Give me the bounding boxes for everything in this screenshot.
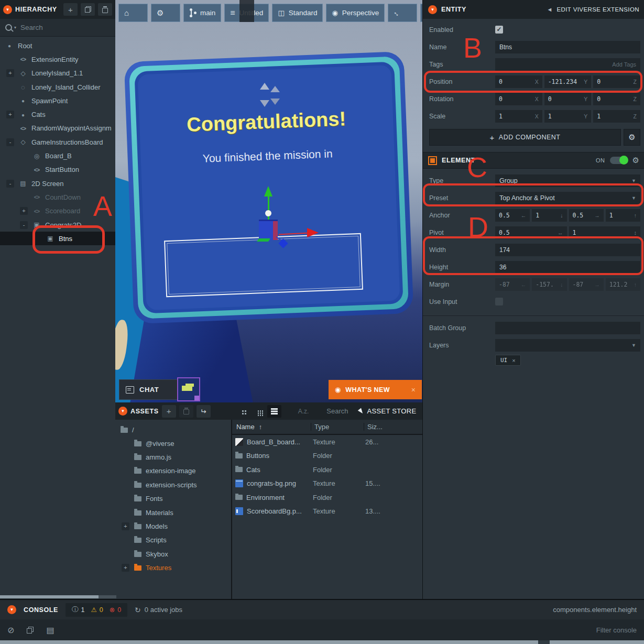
minimap-thumbnail[interactable] [177, 377, 200, 401]
info-counter[interactable]: ⓘ1 [72, 605, 84, 614]
asset-row-buttons[interactable]: Buttons Folder [232, 449, 422, 463]
assets-search-input[interactable]: Search [326, 407, 348, 415]
branch-button[interactable]: main [183, 4, 221, 22]
hierarchy-search[interactable]: ▾ Search [0, 19, 115, 37]
hierarchy-hscrollbar-track[interactable] [99, 595, 116, 598]
asset-store-button[interactable]: ASSET STORE [367, 407, 417, 415]
type-select[interactable]: Group▼ [495, 174, 640, 187]
hierarchy-panel-icon[interactable]: ▼ [3, 5, 12, 14]
fullscreen-button[interactable] [388, 4, 417, 22]
camera-mode-button[interactable]: Perspective [326, 4, 385, 22]
layers-select[interactable]: ▼ [495, 339, 640, 352]
width-input[interactable]: 174 [495, 244, 640, 256]
warning-counter[interactable]: ⚠0 [91, 606, 103, 614]
hierarchy-item-congrats2d[interactable]: - Congrats2D [0, 218, 115, 232]
element-component-header[interactable]: ELEMENT ON ⚙ [423, 152, 644, 169]
expander-toggle[interactable]: + [122, 522, 129, 530]
rotation-y-field[interactable]: 0Y [544, 93, 592, 105]
gizmo-origin-handle[interactable] [265, 210, 271, 216]
asset-row-cats[interactable]: Cats Folder [232, 463, 422, 477]
render-mode-button[interactable]: Standard [272, 4, 323, 22]
element-enabled-toggle[interactable] [610, 157, 628, 164]
add-entity-button[interactable]: + [63, 3, 78, 16]
anchor-field[interactable]: 1↑ [606, 209, 640, 222]
height-input[interactable]: 36 [495, 261, 640, 274]
hierarchy-item-gameinstructionsboard[interactable]: - GameInstructionsBoard [0, 135, 115, 149]
refresh-icon[interactable]: ↻ [135, 606, 141, 614]
whats-new-button[interactable]: ◉ WHAT'S NEW × [329, 380, 422, 399]
batch-group-input[interactable] [495, 322, 640, 334]
pivot-field[interactable]: 0.5↔ [495, 226, 567, 239]
add-asset-button[interactable]: + [162, 405, 176, 418]
assets-folder-viverse[interactable]: @viverse [115, 436, 231, 450]
asset-row-environment[interactable]: Environment Folder [232, 490, 422, 505]
assets-folder-skybox[interactable]: Skybox [115, 547, 231, 561]
tags-input[interactable]: Add Tags [495, 58, 640, 71]
enabled-checkbox[interactable]: ✓ [495, 26, 503, 34]
use-input-checkbox[interactable] [495, 298, 503, 305]
element-settings-icon[interactable]: ⚙ [632, 156, 639, 165]
filter-console-input[interactable]: Filter console [596, 626, 637, 634]
position-y-field[interactable]: -121.234Y [544, 75, 592, 88]
hierarchy-item-2d-screen[interactable]: - 2D Screen [0, 177, 115, 190]
assets-folder-fonts[interactable]: Fonts [115, 492, 231, 506]
component-settings-button[interactable]: ⚙ [624, 129, 640, 146]
asset-back-button[interactable]: ↵ [197, 405, 211, 418]
expander-toggle[interactable]: + [122, 564, 129, 572]
hierarchy-item-lonelyisland[interactable]: + LonelyIsland_1.1 [0, 67, 115, 80]
column-name[interactable]: Name↑ [232, 423, 311, 431]
assets-panel-icon[interactable]: ▼ [118, 407, 127, 416]
asset-row-board-b-board[interactable]: Board_B_board... Texture 26... [232, 435, 422, 449]
expander-toggle[interactable]: - [20, 221, 28, 229]
clear-console-icon[interactable]: ⊘ [7, 625, 14, 635]
anchor-field[interactable]: 0.5→ [569, 209, 604, 222]
add-component-button[interactable]: + ADD COMPONENT [429, 129, 621, 146]
gizmo-x-axis-arrow[interactable] [307, 228, 319, 237]
error-counter[interactable]: ⊗0 [110, 606, 121, 614]
position-x-field[interactable]: 0X [495, 75, 542, 88]
gizmo-y-axis-arrow[interactable] [264, 186, 272, 197]
assets-folder-extension-scripts[interactable]: extension-scripts [115, 478, 231, 492]
entity-panel-icon[interactable]: ▼ [428, 5, 437, 14]
expander-toggle[interactable]: - [6, 180, 14, 188]
assets-root-folder[interactable]: / [115, 423, 231, 436]
hierarchy-item-lonely-island-collider[interactable]: Lonely_Island_Collider [0, 80, 115, 94]
name-input[interactable]: Btns [495, 41, 640, 53]
expander-toggle[interactable]: + [6, 69, 14, 77]
column-size[interactable]: Siz... [364, 423, 422, 431]
assets-folder-models[interactable]: + Models [115, 519, 231, 533]
column-type[interactable]: Type [311, 423, 364, 431]
expander-toggle[interactable]: + [20, 207, 28, 215]
transform-gizmo[interactable] [246, 186, 320, 254]
scale-x-field[interactable]: 1X [495, 110, 542, 123]
remove-layer-icon[interactable]: × [512, 357, 515, 364]
bottom-scrollbar-thumb[interactable] [538, 640, 550, 644]
rotation-x-field[interactable]: 0X [495, 93, 542, 105]
whats-new-close-icon[interactable]: × [411, 386, 416, 394]
assets-folder-ammojs[interactable]: ammo.js [115, 450, 231, 464]
view-small-grid-button[interactable] [236, 405, 250, 418]
assets-folder-materials[interactable]: Materials [115, 506, 231, 519]
assets-folder-textures[interactable]: + Textures [115, 561, 231, 575]
launch-button[interactable]: Launch [420, 4, 422, 22]
expander-toggle[interactable]: - [6, 138, 14, 146]
anchor-field[interactable]: 0.5← [495, 209, 530, 222]
hierarchy-item-board-b[interactable]: Board_B [0, 149, 115, 162]
view-large-grid-button[interactable] [252, 405, 266, 418]
hierarchy-item-countdown[interactable]: CountDown [0, 190, 115, 204]
rotation-z-field[interactable]: 0Z [593, 93, 640, 105]
scale-z-field[interactable]: 1Z [593, 110, 640, 123]
settings-button[interactable] [151, 4, 180, 22]
pivot-field[interactable]: 1↕ [569, 226, 641, 239]
hierarchy-item-root[interactable]: Root [0, 39, 115, 52]
asset-row-congrats-bg[interactable]: congrats-bg.png Texture 15.... [232, 477, 422, 491]
assets-folder-extension-image[interactable]: extension-image [115, 464, 231, 478]
back-arrow-icon[interactable]: ◄ [547, 6, 553, 13]
hierarchy-item-btns[interactable]: Btns [0, 232, 115, 245]
copy-log-icon[interactable] [27, 627, 34, 634]
delete-asset-button[interactable] [179, 405, 193, 418]
scale-y-field[interactable]: 1Y [544, 110, 592, 123]
home-button[interactable] [118, 4, 148, 22]
duplicate-entity-button[interactable] [81, 3, 95, 16]
preset-select[interactable]: Top Anchor & Pivot▼ [495, 192, 640, 204]
